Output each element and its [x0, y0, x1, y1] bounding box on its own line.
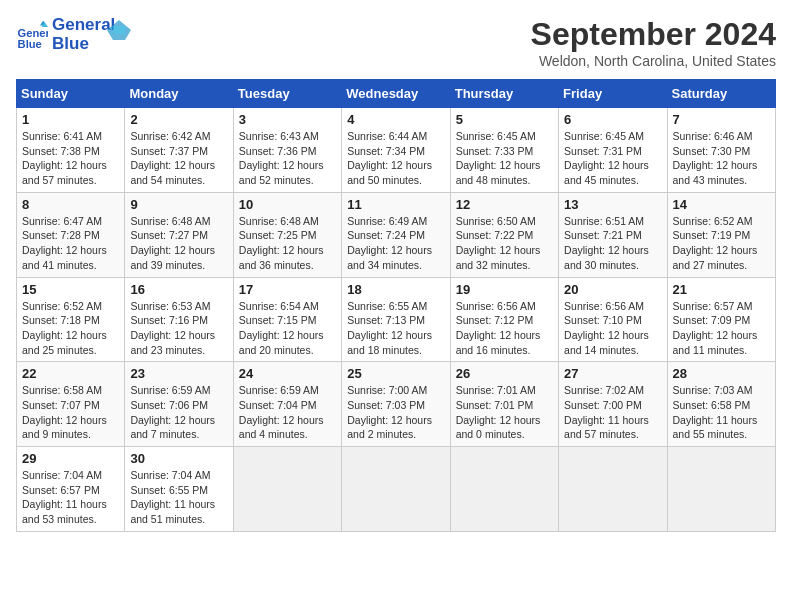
calendar-cell	[450, 447, 558, 532]
calendar-cell: 23 Sunrise: 6:59 AM Sunset: 7:06 PM Dayl…	[125, 362, 233, 447]
day-info: Sunrise: 6:42 AM Sunset: 7:37 PM Dayligh…	[130, 129, 227, 188]
logo-icon: General Blue	[16, 19, 48, 51]
title-block: September 2024 Weldon, North Carolina, U…	[531, 16, 776, 69]
calendar-cell: 10 Sunrise: 6:48 AM Sunset: 7:25 PM Dayl…	[233, 192, 341, 277]
calendar-cell: 21 Sunrise: 6:57 AM Sunset: 7:09 PM Dayl…	[667, 277, 775, 362]
svg-text:General: General	[18, 26, 48, 38]
calendar-cell: 28 Sunrise: 7:03 AM Sunset: 6:58 PM Dayl…	[667, 362, 775, 447]
calendar-cell: 18 Sunrise: 6:55 AM Sunset: 7:13 PM Dayl…	[342, 277, 450, 362]
day-info: Sunrise: 7:04 AM Sunset: 6:57 PM Dayligh…	[22, 468, 119, 527]
day-number: 15	[22, 282, 119, 297]
weekday-header-friday: Friday	[559, 80, 667, 108]
calendar-cell: 25 Sunrise: 7:00 AM Sunset: 7:03 PM Dayl…	[342, 362, 450, 447]
calendar-cell: 2 Sunrise: 6:42 AM Sunset: 7:37 PM Dayli…	[125, 108, 233, 193]
day-info: Sunrise: 6:59 AM Sunset: 7:04 PM Dayligh…	[239, 383, 336, 442]
day-info: Sunrise: 6:52 AM Sunset: 7:18 PM Dayligh…	[22, 299, 119, 358]
month-title: September 2024	[531, 16, 776, 53]
calendar-cell: 20 Sunrise: 6:56 AM Sunset: 7:10 PM Dayl…	[559, 277, 667, 362]
day-info: Sunrise: 6:41 AM Sunset: 7:38 PM Dayligh…	[22, 129, 119, 188]
calendar-cell: 24 Sunrise: 6:59 AM Sunset: 7:04 PM Dayl…	[233, 362, 341, 447]
day-number: 7	[673, 112, 770, 127]
calendar-cell: 30 Sunrise: 7:04 AM Sunset: 6:55 PM Dayl…	[125, 447, 233, 532]
calendar-week-4: 22 Sunrise: 6:58 AM Sunset: 7:07 PM Dayl…	[17, 362, 776, 447]
day-info: Sunrise: 7:04 AM Sunset: 6:55 PM Dayligh…	[130, 468, 227, 527]
logo: General Blue General Blue	[16, 16, 131, 53]
day-number: 18	[347, 282, 444, 297]
calendar-cell: 3 Sunrise: 6:43 AM Sunset: 7:36 PM Dayli…	[233, 108, 341, 193]
day-info: Sunrise: 7:02 AM Sunset: 7:00 PM Dayligh…	[564, 383, 661, 442]
day-info: Sunrise: 6:56 AM Sunset: 7:12 PM Dayligh…	[456, 299, 553, 358]
weekday-header-saturday: Saturday	[667, 80, 775, 108]
day-info: Sunrise: 6:48 AM Sunset: 7:25 PM Dayligh…	[239, 214, 336, 273]
calendar-cell	[667, 447, 775, 532]
calendar-cell: 9 Sunrise: 6:48 AM Sunset: 7:27 PM Dayli…	[125, 192, 233, 277]
day-number: 23	[130, 366, 227, 381]
day-info: Sunrise: 6:55 AM Sunset: 7:13 PM Dayligh…	[347, 299, 444, 358]
day-number: 1	[22, 112, 119, 127]
day-info: Sunrise: 6:49 AM Sunset: 7:24 PM Dayligh…	[347, 214, 444, 273]
calendar-cell: 1 Sunrise: 6:41 AM Sunset: 7:38 PM Dayli…	[17, 108, 125, 193]
calendar-cell: 14 Sunrise: 6:52 AM Sunset: 7:19 PM Dayl…	[667, 192, 775, 277]
day-info: Sunrise: 6:59 AM Sunset: 7:06 PM Dayligh…	[130, 383, 227, 442]
day-number: 27	[564, 366, 661, 381]
svg-marker-5	[113, 26, 125, 34]
day-number: 25	[347, 366, 444, 381]
calendar-cell: 11 Sunrise: 6:49 AM Sunset: 7:24 PM Dayl…	[342, 192, 450, 277]
svg-text:Blue: Blue	[18, 37, 42, 49]
calendar-cell: 8 Sunrise: 6:47 AM Sunset: 7:28 PM Dayli…	[17, 192, 125, 277]
day-number: 20	[564, 282, 661, 297]
day-info: Sunrise: 6:51 AM Sunset: 7:21 PM Dayligh…	[564, 214, 661, 273]
calendar-cell: 12 Sunrise: 6:50 AM Sunset: 7:22 PM Dayl…	[450, 192, 558, 277]
calendar-cell: 15 Sunrise: 6:52 AM Sunset: 7:18 PM Dayl…	[17, 277, 125, 362]
calendar-cell: 26 Sunrise: 7:01 AM Sunset: 7:01 PM Dayl…	[450, 362, 558, 447]
day-info: Sunrise: 6:47 AM Sunset: 7:28 PM Dayligh…	[22, 214, 119, 273]
calendar-cell: 5 Sunrise: 6:45 AM Sunset: 7:33 PM Dayli…	[450, 108, 558, 193]
day-number: 30	[130, 451, 227, 466]
calendar-cell	[342, 447, 450, 532]
day-info: Sunrise: 7:01 AM Sunset: 7:01 PM Dayligh…	[456, 383, 553, 442]
calendar-week-1: 1 Sunrise: 6:41 AM Sunset: 7:38 PM Dayli…	[17, 108, 776, 193]
calendar-week-2: 8 Sunrise: 6:47 AM Sunset: 7:28 PM Dayli…	[17, 192, 776, 277]
calendar-cell: 4 Sunrise: 6:44 AM Sunset: 7:34 PM Dayli…	[342, 108, 450, 193]
day-number: 28	[673, 366, 770, 381]
day-number: 5	[456, 112, 553, 127]
day-number: 10	[239, 197, 336, 212]
day-number: 6	[564, 112, 661, 127]
calendar-table: SundayMondayTuesdayWednesdayThursdayFrid…	[16, 79, 776, 532]
day-info: Sunrise: 6:52 AM Sunset: 7:19 PM Dayligh…	[673, 214, 770, 273]
calendar-cell: 19 Sunrise: 6:56 AM Sunset: 7:12 PM Dayl…	[450, 277, 558, 362]
day-number: 3	[239, 112, 336, 127]
logo-blue: Blue	[52, 35, 115, 54]
day-number: 8	[22, 197, 119, 212]
calendar-cell: 13 Sunrise: 6:51 AM Sunset: 7:21 PM Dayl…	[559, 192, 667, 277]
day-info: Sunrise: 6:50 AM Sunset: 7:22 PM Dayligh…	[456, 214, 553, 273]
day-info: Sunrise: 6:45 AM Sunset: 7:33 PM Dayligh…	[456, 129, 553, 188]
day-number: 4	[347, 112, 444, 127]
calendar-header-row: SundayMondayTuesdayWednesdayThursdayFrid…	[17, 80, 776, 108]
day-info: Sunrise: 7:00 AM Sunset: 7:03 PM Dayligh…	[347, 383, 444, 442]
location: Weldon, North Carolina, United States	[531, 53, 776, 69]
day-info: Sunrise: 6:56 AM Sunset: 7:10 PM Dayligh…	[564, 299, 661, 358]
day-number: 9	[130, 197, 227, 212]
day-info: Sunrise: 6:46 AM Sunset: 7:30 PM Dayligh…	[673, 129, 770, 188]
day-info: Sunrise: 6:54 AM Sunset: 7:15 PM Dayligh…	[239, 299, 336, 358]
calendar-week-5: 29 Sunrise: 7:04 AM Sunset: 6:57 PM Dayl…	[17, 447, 776, 532]
day-info: Sunrise: 6:57 AM Sunset: 7:09 PM Dayligh…	[673, 299, 770, 358]
day-info: Sunrise: 6:43 AM Sunset: 7:36 PM Dayligh…	[239, 129, 336, 188]
calendar-cell: 22 Sunrise: 6:58 AM Sunset: 7:07 PM Dayl…	[17, 362, 125, 447]
day-number: 21	[673, 282, 770, 297]
day-number: 11	[347, 197, 444, 212]
day-info: Sunrise: 6:44 AM Sunset: 7:34 PM Dayligh…	[347, 129, 444, 188]
weekday-header-thursday: Thursday	[450, 80, 558, 108]
day-info: Sunrise: 6:45 AM Sunset: 7:31 PM Dayligh…	[564, 129, 661, 188]
day-number: 16	[130, 282, 227, 297]
weekday-header-sunday: Sunday	[17, 80, 125, 108]
day-info: Sunrise: 6:53 AM Sunset: 7:16 PM Dayligh…	[130, 299, 227, 358]
day-number: 22	[22, 366, 119, 381]
day-number: 19	[456, 282, 553, 297]
calendar-cell	[233, 447, 341, 532]
weekday-header-monday: Monday	[125, 80, 233, 108]
day-number: 13	[564, 197, 661, 212]
calendar-cell: 7 Sunrise: 6:46 AM Sunset: 7:30 PM Dayli…	[667, 108, 775, 193]
weekday-header-tuesday: Tuesday	[233, 80, 341, 108]
